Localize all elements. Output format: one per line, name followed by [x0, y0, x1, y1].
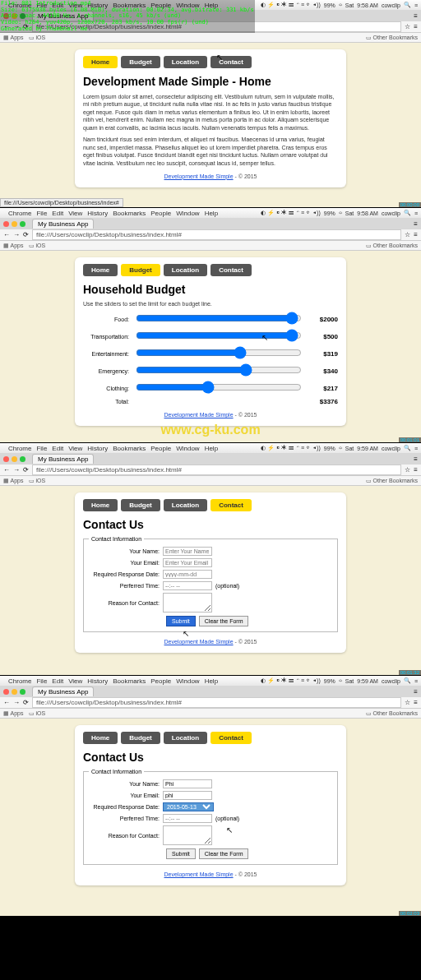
- tab-home[interactable]: Home: [83, 264, 118, 276]
- bm-ios[interactable]: ▭ iOS: [29, 35, 46, 41]
- tab-contact[interactable]: Contact: [210, 732, 252, 744]
- app-nav: Home Budget Location Contact: [83, 56, 338, 68]
- budget-row-total: Total: $3376: [83, 398, 338, 405]
- reason-textarea[interactable]: [163, 593, 212, 612]
- budget-row-transport: Transportation: $500: [83, 329, 338, 344]
- slider-entertainment[interactable]: [136, 346, 302, 359]
- email-input[interactable]: [163, 791, 212, 800]
- clear-button[interactable]: Clear the Form: [199, 616, 249, 626]
- forward-button[interactable]: →: [13, 231, 20, 238]
- mac-menubar: Chrome File Edit View History Bookmarks …: [0, 208, 421, 218]
- tab-home[interactable]: Home: [83, 732, 118, 744]
- tab-budget[interactable]: Budget: [121, 499, 160, 511]
- timecode: 00:02:03: [399, 911, 421, 916]
- tab-location[interactable]: Location: [164, 499, 207, 511]
- budget-row-food: Food: $2000: [83, 312, 338, 326]
- battery-pct: 99%: [324, 2, 335, 8]
- tab-location[interactable]: Location: [164, 264, 207, 276]
- slider-transport[interactable]: [136, 329, 302, 342]
- reload-button[interactable]: ⟳: [23, 231, 29, 238]
- name-input[interactable]: [163, 547, 212, 556]
- date-input[interactable]: [163, 570, 212, 579]
- page-title: Household Budget: [83, 283, 338, 296]
- tab-home[interactable]: Home: [83, 499, 118, 511]
- budget-sub: Use the sliders to set the limit for eac…: [83, 301, 338, 307]
- slider-food[interactable]: [136, 312, 302, 325]
- content-card: Home Budget Location Contact Development…: [75, 49, 346, 187]
- time-input[interactable]: [163, 581, 212, 590]
- bm-other[interactable]: ▭ Other Bookmarks: [366, 35, 418, 41]
- page-title: Contact Us: [83, 518, 338, 531]
- video-metadata-overlay: File: 001 Introduction.mp4 Size: 6375938…: [0, 0, 255, 33]
- chrome-menu-icon[interactable]: ≡: [414, 23, 418, 30]
- contact-fieldset: Contact Information Your Name: Your Emai…: [83, 769, 338, 865]
- user-name: cowclip: [382, 2, 400, 8]
- bookmarks-bar: ▦ Apps ▭ iOS ▭ Other Bookmarks: [0, 33, 421, 43]
- time-input[interactable]: [163, 814, 212, 823]
- tab-home[interactable]: Home: [83, 56, 118, 68]
- spotlight-icon[interactable]: 🔍: [404, 2, 411, 8]
- tab-location[interactable]: Location: [164, 56, 207, 68]
- tab-contact[interactable]: Contact: [210, 56, 252, 68]
- status-bar-url: file:///Users/cowclip/Desktop/business/i…: [0, 198, 123, 207]
- tab-budget[interactable]: Budget: [121, 56, 160, 68]
- back-button[interactable]: ←: [3, 231, 10, 238]
- frame-budget: Chrome File Edit View History Bookmarks …: [0, 208, 421, 443]
- clock-day: Sat: [345, 2, 354, 8]
- footer: Development Made Simple - © 2015: [83, 173, 338, 179]
- tab-contact[interactable]: Contact: [210, 264, 252, 276]
- frame-contact-empty: ChromeFileEditViewHistoryBookmarksPeople…: [0, 443, 421, 676]
- budget-row-clothing: Clothing: $217: [83, 381, 338, 395]
- clock-time: 9:58 AM: [357, 2, 378, 8]
- tab-budget[interactable]: Budget: [121, 264, 160, 276]
- submit-button[interactable]: Submit: [166, 616, 196, 626]
- footer-link[interactable]: Development Made Simple: [164, 173, 234, 179]
- slider-clothing[interactable]: [136, 381, 302, 394]
- window-controls[interactable]: [3, 221, 25, 227]
- timecode: 00:00:00: [399, 202, 421, 207]
- date-select[interactable]: 2015-05-13: [163, 802, 214, 811]
- budget-row-emergency: Emergency: $340: [83, 363, 338, 378]
- slider-emergency[interactable]: [136, 363, 302, 377]
- address-bar[interactable]: file:///Users/cowclip/Desktop/business/i…: [32, 229, 401, 240]
- name-input[interactable]: [163, 779, 212, 788]
- content-card: Home Budget Location Contact Household B…: [75, 257, 346, 426]
- timecode: 00:01:01: [399, 437, 421, 442]
- bookmark-star-icon[interactable]: ☆: [405, 23, 410, 30]
- chrome-menu-icon[interactable]: ≡: [414, 12, 418, 20]
- home-para-1: Lorem ipsum dolor sit amet, consectetur …: [83, 93, 338, 132]
- page-title: Development Made Simple - Home: [83, 75, 338, 88]
- notif-icon[interactable]: ≡: [414, 2, 418, 8]
- budget-row-entertainment: Entertainment: $319: [83, 346, 338, 361]
- status-icons: ◐ ⚡ ◧ ✶ ☰ ⌃ ≡ ᯤ ◀)): [261, 2, 320, 8]
- timecode: 00:01:32: [399, 670, 421, 675]
- battery-icon: ⌔: [339, 2, 342, 8]
- tab-location[interactable]: Location: [164, 732, 207, 744]
- footer-link[interactable]: Development Made Simple: [164, 412, 234, 418]
- fieldset-legend: Contact Information: [89, 536, 144, 542]
- submit-button[interactable]: Submit: [166, 848, 196, 859]
- contact-fieldset: Contact Information Your Name: Your Emai…: [83, 536, 338, 632]
- tab-budget[interactable]: Budget: [121, 732, 160, 744]
- email-input[interactable]: [163, 558, 212, 567]
- reason-textarea[interactable]: [163, 825, 212, 845]
- tab-contact[interactable]: Contact: [210, 499, 252, 511]
- browser-tab[interactable]: My Business App: [32, 219, 94, 229]
- clear-button[interactable]: Clear the Form: [199, 848, 249, 859]
- home-para-2: Nam tincidunt risus sed enim interdum, e…: [83, 136, 338, 167]
- bm-apps[interactable]: ▦ Apps: [3, 35, 24, 41]
- frame-contact-filled: ChromeFileEditViewHistoryBookmarksPeople…: [0, 676, 421, 917]
